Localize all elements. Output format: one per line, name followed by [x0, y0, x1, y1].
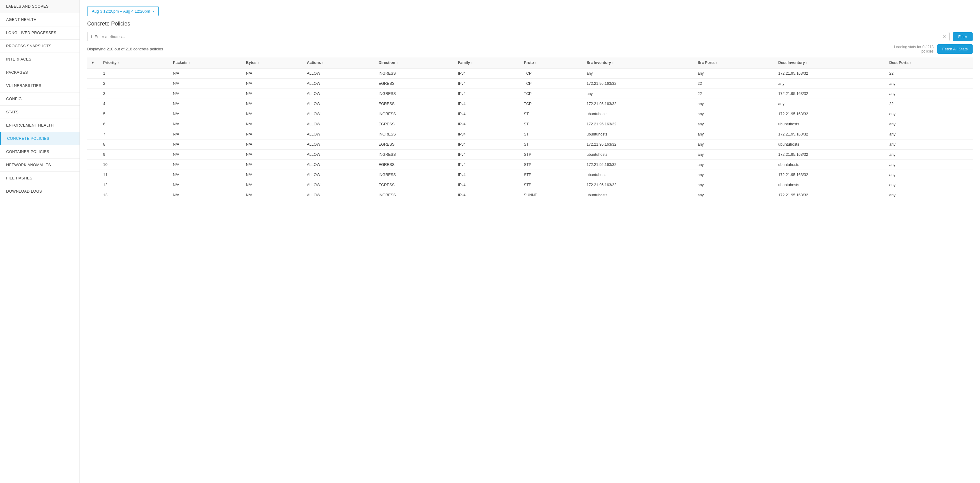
- stats-row: Displaying 218 out of 218 concrete polic…: [87, 44, 973, 54]
- cell-dest_ports: any: [886, 150, 973, 160]
- sidebar-item-network-anomalies[interactable]: NETWORK ANOMALIES: [0, 159, 80, 172]
- cell-src_inventory: any: [583, 89, 694, 99]
- cell-proto: STP: [520, 180, 583, 190]
- cell-family: IPv4: [454, 89, 520, 99]
- col-priority[interactable]: Priority ↑: [99, 57, 169, 68]
- cell-priority: 6: [99, 119, 169, 129]
- col-dest_inventory[interactable]: Dest Inventory ↕: [775, 57, 886, 68]
- sidebar-item-config[interactable]: CONFIG: [0, 92, 80, 106]
- cell-actions: ALLOW: [303, 68, 375, 79]
- cell-dest_inventory: ubuntuhosts: [775, 160, 886, 170]
- cell-src_ports: any: [694, 68, 775, 79]
- cell-direction: EGRESS: [375, 139, 454, 150]
- table-row: 9N/AN/AALLOWINGRESSIPv4STPubuntuhostsany…: [87, 150, 973, 160]
- row-filter-cell: [87, 129, 99, 139]
- sidebar-item-process-snapshots[interactable]: PROCESS SNAPSHOTS: [0, 40, 80, 53]
- fetch-all-stats-button[interactable]: Fetch All Stats: [937, 44, 973, 54]
- cell-packets: N/A: [169, 89, 242, 99]
- sort-icon: ↕: [396, 61, 398, 65]
- col-packets[interactable]: Packets ↕: [169, 57, 242, 68]
- filter-button[interactable]: Filter: [953, 32, 973, 41]
- cell-direction: INGRESS: [375, 68, 454, 79]
- cell-actions: ALLOW: [303, 150, 375, 160]
- cell-direction: INGRESS: [375, 129, 454, 139]
- row-filter-cell: [87, 160, 99, 170]
- cell-dest_inventory: ubuntuhosts: [775, 139, 886, 150]
- cell-bytes: N/A: [242, 160, 303, 170]
- cell-priority: 2: [99, 79, 169, 89]
- sidebar-item-labels-scopes[interactable]: LABELS AND SCOPES: [0, 0, 80, 13]
- filter-bar: ℹ ✕ Filter: [87, 32, 973, 41]
- col-actions[interactable]: Actions ↕: [303, 57, 375, 68]
- cell-bytes: N/A: [242, 68, 303, 79]
- sort-icon: ↕: [535, 61, 536, 65]
- cell-dest_ports: any: [886, 89, 973, 99]
- sidebar-item-container-policies[interactable]: CONTAINER POLICIES: [0, 145, 80, 159]
- cell-actions: ALLOW: [303, 180, 375, 190]
- date-range-button[interactable]: Aug 3 12:20pm – Aug 4 12:20pm ▾: [87, 6, 159, 16]
- sidebar-item-interfaces[interactable]: INTERFACES: [0, 53, 80, 66]
- cell-bytes: N/A: [242, 190, 303, 200]
- sidebar-item-file-hashes[interactable]: FILE HASHES: [0, 172, 80, 185]
- cell-proto: ST: [520, 119, 583, 129]
- sort-icon: ↕: [189, 61, 190, 65]
- col-bytes[interactable]: Bytes ↕: [242, 57, 303, 68]
- sidebar-item-agent-health[interactable]: AGENT HEALTH: [0, 13, 80, 26]
- row-filter-cell: [87, 68, 99, 79]
- cell-proto: ST: [520, 109, 583, 119]
- col-src_ports[interactable]: Src Ports ↕: [694, 57, 775, 68]
- sidebar-item-packages[interactable]: PACKAGES: [0, 66, 80, 79]
- cell-src_inventory: ubuntuhosts: [583, 109, 694, 119]
- sidebar-item-long-lived-processes[interactable]: LONG LIVED PROCESSES: [0, 26, 80, 40]
- cell-family: IPv4: [454, 190, 520, 200]
- cell-direction: INGRESS: [375, 150, 454, 160]
- page-title: Concrete Policies: [87, 21, 973, 27]
- cell-direction: EGRESS: [375, 180, 454, 190]
- display-count-text: Displaying 218 out of 218 concrete polic…: [87, 47, 163, 51]
- cell-priority: 3: [99, 89, 169, 99]
- cell-dest_ports: 22: [886, 99, 973, 109]
- table-row: 1N/AN/AALLOWINGRESSIPv4TCPanyany172.21.9…: [87, 68, 973, 79]
- cell-bytes: N/A: [242, 119, 303, 129]
- col-proto[interactable]: Proto ↕: [520, 57, 583, 68]
- cell-dest_inventory: 172.21.95.163/32: [775, 129, 886, 139]
- table-row: 5N/AN/AALLOWINGRESSIPv4STubuntuhostsany1…: [87, 109, 973, 119]
- col-direction[interactable]: Direction ↕: [375, 57, 454, 68]
- sidebar: LABELS AND SCOPESAGENT HEALTHLONG LIVED …: [0, 0, 80, 483]
- cell-priority: 4: [99, 99, 169, 109]
- cell-proto: STP: [520, 150, 583, 160]
- cell-src_inventory: ubuntuhosts: [583, 129, 694, 139]
- table-row: 7N/AN/AALLOWINGRESSIPv4STubuntuhostsany1…: [87, 129, 973, 139]
- sidebar-item-download-logs[interactable]: DOWNLOAD LOGS: [0, 185, 80, 198]
- filter-input[interactable]: [95, 34, 940, 39]
- row-filter-cell: [87, 89, 99, 99]
- sidebar-item-concrete-policies[interactable]: CONCRETE POLICIES: [0, 132, 80, 145]
- cell-dest_inventory: 172.21.95.163/32: [775, 170, 886, 180]
- cell-actions: ALLOW: [303, 139, 375, 150]
- cell-direction: INGRESS: [375, 190, 454, 200]
- cell-family: IPv4: [454, 160, 520, 170]
- col-src_inventory[interactable]: Src Inventory ↕: [583, 57, 694, 68]
- sort-icon: ↕: [471, 61, 473, 65]
- cell-actions: ALLOW: [303, 190, 375, 200]
- cell-dest_inventory: ubuntuhosts: [775, 119, 886, 129]
- cell-src_ports: any: [694, 150, 775, 160]
- loading-stats-text: Loading stats for 0 / 218 policies: [894, 45, 934, 53]
- cell-proto: TCP: [520, 79, 583, 89]
- col-dest_ports[interactable]: Dest Ports ↕: [886, 57, 973, 68]
- row-filter-cell: [87, 180, 99, 190]
- row-filter-cell: [87, 170, 99, 180]
- cell-dest_inventory: ubuntuhosts: [775, 180, 886, 190]
- sidebar-item-stats[interactable]: STATS: [0, 106, 80, 119]
- cell-family: IPv4: [454, 129, 520, 139]
- cell-actions: ALLOW: [303, 79, 375, 89]
- sidebar-item-enforcement-health[interactable]: ENFORCEMENT HEALTH: [0, 119, 80, 132]
- cell-actions: ALLOW: [303, 99, 375, 109]
- row-filter-cell: [87, 139, 99, 150]
- main-content: Aug 3 12:20pm – Aug 4 12:20pm ▾ Concrete…: [80, 0, 980, 483]
- sidebar-item-vulnerabilities[interactable]: VULNERABILITIES: [0, 79, 80, 92]
- clear-icon[interactable]: ✕: [943, 34, 946, 39]
- sort-icon: ↕: [910, 61, 911, 65]
- col-family[interactable]: Family ↕: [454, 57, 520, 68]
- table-filter-column[interactable]: ▼: [87, 57, 99, 68]
